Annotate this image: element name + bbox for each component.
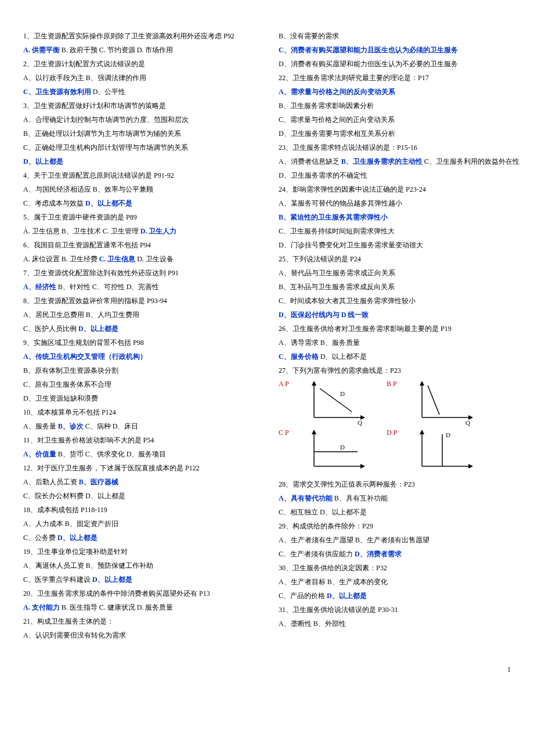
text-line: A、认识到需要但没有转化为需求 — [23, 628, 255, 642]
text-line: 25、下列说法错误的是 P24 — [279, 252, 511, 266]
answer-text: A. 支付能力 — [23, 603, 60, 611]
question-text: 7、卫生资源优化配置除达到有效性外还应达到 P91 — [23, 269, 179, 277]
text-line: A、替代品与卫生服务需求成正向关系 — [279, 266, 511, 280]
text-line: A、需求量与价格之间的反向变动关系 — [279, 85, 511, 99]
demand-chart: A PDQ — [279, 380, 369, 426]
chart-row: C PDD PD — [279, 429, 511, 475]
question-text: A. 床位设置 B. 卫生经费 — [23, 255, 99, 263]
text-line: B、正确处理以计划调节为主与市场调节为辅的关系 — [23, 127, 255, 141]
question-text: A、合理确定计划控制与市场调节的力度、范围和层次 — [23, 116, 189, 124]
chart-row: A PDQB PQ — [279, 380, 511, 426]
text-line: 26、卫生服务供给者对卫生服务需求影响最主要的是 P19 — [279, 322, 511, 336]
answer-text: A. 供需平衡 — [23, 46, 60, 54]
question-text: 12、对于医疗卫生服务，下述属于医院直接成本的是 P122 — [23, 464, 200, 472]
question-text: 1、卫生资源配置实际操作原则除了卫生资源高效利用外还应考虑 P92 — [23, 32, 234, 40]
text-line: 20、卫生服务需求形成的条件中除消费者购买愿望外还有 P13 — [23, 586, 255, 600]
text-line: D、卫生服务需求的不确定性 — [279, 168, 511, 182]
demand-chart: C PD — [279, 429, 369, 475]
text-line: C、生产者须有供应能力 D、消费者需求 — [279, 547, 511, 561]
option-text: B. 政府干预 C. 节约资源 D. 市场作用 — [60, 46, 174, 54]
text-line: 8、卫生资源配置效益评价常用的指标是 P93-94 — [23, 294, 255, 308]
question-text: A、与国民经济相适应 B、效率与公平兼顾 — [23, 185, 153, 193]
text-line: 10、成本核算单元不包括 P124 — [23, 405, 255, 419]
demand-chart: D PD — [387, 429, 477, 475]
question-text: C、考虑成本与效益 — [23, 199, 85, 207]
two-column-layout: 1、卫生资源配置实际操作原则除了卫生资源高效利用外还应考虑 P92A. 供需平衡… — [23, 29, 511, 642]
text-line: A、居民卫生总费用 B、人均卫生费用 — [23, 308, 255, 322]
text-line: 19、卫生事业单位定项补助是针对 — [23, 545, 255, 559]
text-line: 7、卫生资源优化配置除达到有效性外还应达到 P91 — [23, 266, 255, 280]
svg-text:Q: Q — [358, 419, 362, 426]
text-line: 6、我国目前卫生资源配置通常不包括 P94 — [23, 238, 255, 252]
option-text: B、针对性 C、可控性 D、完善性 — [56, 283, 160, 291]
question-text: 26、卫生服务供给者对卫生服务需求影响最主要的是 P19 — [279, 325, 452, 333]
question-text: 24、影响需求弹性的因素中说法正确的是 P23-24 — [279, 185, 426, 193]
question-text: C、时间成本较大者其卫生服务需求弹性较小 — [279, 297, 416, 305]
question-text: A、生产者目标 B、生产成本的变化 — [279, 578, 388, 586]
question-text: B、原有体制卫生资源条块分割 — [23, 366, 118, 375]
answer-text: A、经济性 — [23, 283, 56, 291]
option-text: B. 医生指导 C. 健康状况 D. 服务质量 — [60, 603, 174, 611]
svg-text:D: D — [340, 444, 345, 451]
text-line: 11、对卫生服务价格波动影响不大的是 P54 — [23, 433, 255, 447]
chart-svg: D — [305, 429, 369, 475]
text-line: B、卫生服务需求影响因素分析 — [279, 99, 511, 113]
text-line: 5、属于卫生资源中硬件资源的是 P89 — [23, 210, 255, 224]
question-text: C、医学重点学科建设 — [23, 575, 92, 584]
answer-text: A、具有替代功能 — [279, 494, 333, 502]
text-line: 22、卫生服务需求法则研究最主要的理论是：P17 — [279, 71, 511, 85]
question-text: 6、我国目前卫生资源配置通常不包括 P94 — [23, 241, 151, 249]
text-line: B、没有需要的需求 — [279, 29, 511, 43]
question-text: C、生产者须有供应能力 — [279, 550, 355, 558]
text-line: C、公务费 D、以上都是 — [23, 531, 255, 545]
option-text: D、以上都不是 — [319, 352, 367, 361]
text-line: A、离退休人员工资 B、预防保健工作补助 — [23, 559, 255, 573]
answer-text: D、消费者需求 — [355, 550, 402, 558]
text-line: C、医护人员比例 D、以上都是 — [23, 322, 255, 336]
question-text: D、门诊挂号费变化对卫生服务需求量变动很大 — [279, 241, 423, 249]
right-column: B、没有需要的需求C、消费者有购买愿望和能力且医生也认为必须的卫生服务D、消费者… — [279, 29, 511, 642]
question-text: 8、卫生资源配置效益评价常用的指标是 P93-94 — [23, 297, 167, 305]
text-line: A. 床位设置 B. 卫生经费 C. 卫生信息 D. 卫生设备 — [23, 252, 255, 266]
answer-text: D、以上都是 — [92, 575, 132, 584]
question-text: A、服务量 — [23, 422, 58, 430]
question-text: C、医护人员比例 — [23, 325, 78, 333]
text-line: C、原有卫生服务体系不合理 — [23, 377, 255, 391]
text-line: A、合理确定计划控制与市场调节的力度、范围和层次 — [23, 113, 255, 127]
question-text: 28、需求交叉弹性为正值表示两种服务：P23 — [279, 480, 415, 488]
question-text: 10、成本核算单元不包括 P124 — [23, 408, 116, 416]
question-text: C、公务费 — [23, 534, 57, 542]
answer-text: D、以上都是 — [78, 325, 118, 333]
answer-text: B、卫生服务需求的主动性 — [341, 157, 423, 165]
question-text: 31、卫生服务供给说法错误的是 P30-31 — [279, 606, 398, 614]
answer-text: D、以上都是 — [57, 534, 98, 542]
question-text: A、某服务可替代的物品越多其弹性越小 — [279, 199, 402, 207]
text-line: A、某服务可替代的物品越多其弹性越小 — [279, 196, 511, 210]
text-line: A、传统卫生机构交叉管理（行政机构） — [23, 350, 255, 363]
question-text: 19、卫生事业单位定项补助是针对 — [23, 548, 128, 556]
text-line: 3、卫生资源配置做好计划和市场调节的策略是 — [23, 99, 255, 113]
text-line: C、考虑成本与效益 D、以上都不是 — [23, 196, 255, 210]
question-text: 27、下列为富有弹性的需求曲线是：P23 — [279, 366, 401, 375]
text-line: 24、影响需求弹性的因素中说法正确的是 P23-24 — [279, 182, 511, 196]
answer-text: C、服务价格 — [279, 352, 319, 361]
text-line: C、医学重点学科建设 D、以上都是 — [23, 573, 255, 586]
text-line: C、服务价格 D、以上都不是 — [279, 350, 511, 363]
text-line: C、产品的价格 D、以上都是 — [279, 589, 511, 603]
text-line: A、价值量 B、货币 C、供求变化 D、服务项目 — [23, 447, 255, 461]
text-line: 27、下列为富有弹性的需求曲线是：P23 — [279, 363, 511, 377]
answer-text: A、传统卫生机构交叉管理（行政机构） — [23, 352, 147, 361]
question-text: A、以行政手段为主 B、强调法律的作用 — [23, 74, 146, 82]
text-line: 30、卫生服务供给的决定因素：P32 — [279, 561, 511, 575]
text-line: 4、关于卫生资源配置总原则说法错误的是 P91-92 — [23, 168, 255, 182]
answer-text: B、诊次 — [58, 422, 84, 430]
text-line: D、卫生资源短缺和浪费 — [23, 391, 255, 405]
question-text: 30、卫生服务供给的决定因素：P32 — [279, 564, 387, 572]
question-text: A、后勤人员工资 — [23, 478, 79, 486]
chart-svg: Q — [413, 380, 477, 426]
text-line: A. 卫生信息 B、卫生技术 C. 卫生管理 D. 卫生人力 — [23, 224, 255, 238]
question-text: A、替代品与卫生服务需求成正向关系 — [279, 269, 395, 277]
text-line: 2、卫生资源计划配置方式说法错误的是 — [23, 57, 255, 71]
question-text: C、产品的价格 — [279, 592, 327, 600]
answer-text: B、医疗器械 — [79, 478, 118, 486]
